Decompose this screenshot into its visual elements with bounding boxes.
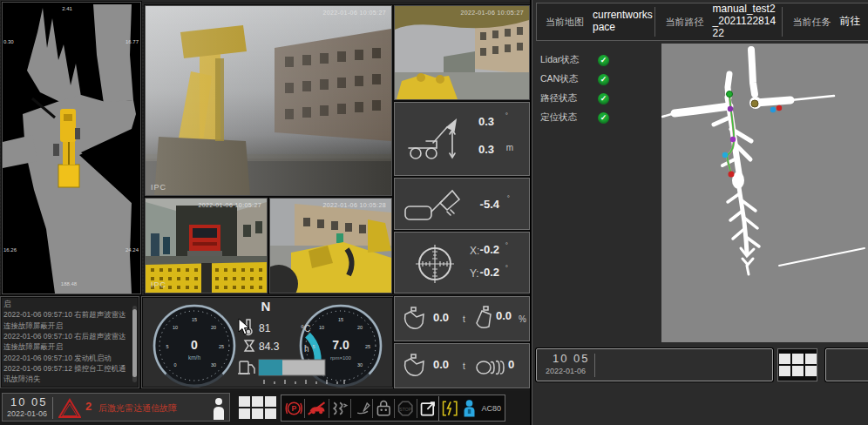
bucket-angle-value: -5.4: [480, 198, 499, 211]
attitude-status-panel: X: -0.2 ° Y: -0.2 °: [394, 232, 530, 293]
event-log-panel[interactable]: 启 2022-01-06 09:57:10 右前超声波雷达连接故障屏蔽开启 20…: [0, 296, 139, 388]
check-row-localization: 定位状态 ✓: [540, 108, 609, 127]
waypoint-red[interactable]: [776, 105, 782, 111]
attitude-x-unit: °: [505, 241, 508, 249]
log-overflow-line: 启: [3, 299, 128, 309]
operator-icon[interactable]: [212, 397, 226, 420]
remote-operator-icon[interactable]: [462, 397, 477, 420]
svg-text:STOP: STOP: [400, 406, 412, 411]
divider: [654, 7, 655, 37]
svg-text:25: 25: [219, 344, 224, 349]
lidar-map-panel[interactable]: 2.41 0.30 16.77 16.26 24.24 188.48: [2, 2, 141, 294]
collision-warning-icon[interactable]: [307, 398, 326, 419]
check-ok-icon: ✓: [598, 74, 609, 85]
waypoint-red[interactable]: [729, 172, 735, 178]
attitude-x-value: -0.2: [480, 243, 499, 256]
current-map-label: 当前地图: [537, 16, 593, 29]
svg-text:25: 25: [365, 344, 370, 349]
svg-text:5: 5: [166, 344, 168, 349]
waypoint-purple[interactable]: [730, 137, 736, 142]
log-scrollbar-thumb[interactable]: [132, 309, 137, 377]
mouse-cursor: [238, 318, 250, 335]
camera-rear[interactable]: 2022-01-06 10:05:27 IPC: [145, 198, 268, 293]
route-map-canvas: [661, 44, 868, 342]
load-weight-unit: t: [463, 314, 465, 324]
bucket-total-icon: [402, 353, 426, 379]
alarm-warning-icon: [58, 398, 81, 419]
map-range-bottom-right: 24.24: [125, 247, 139, 253]
waypoint-green[interactable]: [727, 91, 733, 98]
external-launch-icon[interactable]: [419, 398, 437, 419]
emergency-stop-icon[interactable]: STOP: [397, 398, 414, 419]
waypoint-cyan[interactable]: [722, 152, 728, 158]
fuel-level-bar: [259, 360, 282, 375]
svg-text:30: 30: [211, 362, 216, 368]
load-total-panel: 0.0 t 0: [394, 343, 530, 388]
traction-slip-icon[interactable]: [330, 398, 348, 419]
current-task-value[interactable]: 前往: [840, 16, 868, 28]
rpm-unit: rpm×100: [330, 355, 352, 361]
map-range-top: 2.41: [62, 6, 72, 11]
operator-console: 2.41 0.30 16.77 16.26 24.24 188.48: [0, 0, 868, 425]
current-map-value[interactable]: currentworkspace: [593, 10, 653, 34]
coolant-temp-value: 81: [259, 322, 271, 334]
boom-status-panel: 0.3 ° 0.3 m: [394, 102, 530, 176]
camera-rear-watermark: IPC: [151, 280, 166, 289]
vehicle-indicator-toolbar: P: [281, 395, 505, 422]
boom-lever-icon[interactable]: [353, 398, 370, 419]
red-truck: [187, 225, 222, 256]
footer-time: 10 05: [553, 352, 590, 365]
camera-rear-scene: [146, 199, 267, 293]
waypoint-olive[interactable]: [751, 100, 758, 107]
parking-brake-icon[interactable]: P: [285, 398, 302, 419]
svg-text:20: 20: [211, 325, 216, 330]
camera-main[interactable]: 2022-01-06 10:05:27 IPC: [145, 5, 392, 196]
log-entry: 2022-01-06 09:57:12 操控台工控机通讯故障消失: [3, 363, 128, 385]
check-row-lidar: Lidar状态 ✓: [540, 51, 609, 70]
fuel-pump-icon: [238, 361, 254, 374]
camera-front[interactable]: 2022-01-06 10:05:27: [394, 5, 530, 100]
attitude-y-label: Y:: [470, 267, 479, 280]
coolant-temp-unit: °C: [301, 324, 310, 334]
footer-grid-button[interactable]: [777, 348, 817, 381]
camera-rear-timestamp: 2022-01-06 10:05:27: [198, 202, 261, 208]
attitude-gyro-icon: [414, 243, 456, 285]
gear-indicator: N: [261, 299, 271, 314]
camera-main-timestamp: 2022-01-06 10:05:27: [322, 10, 386, 16]
layout-grid-button[interactable]: [239, 396, 276, 419]
route-map-view[interactable]: [661, 44, 868, 342]
waypoint-purple[interactable]: [728, 106, 733, 111]
camera-front-timestamp: 2022-01-06 10:05:27: [460, 10, 524, 16]
dashboard-canvas: N 0 5 10 15 20 25 30 0 km/h: [142, 297, 393, 388]
hourmeter-icon: [245, 341, 254, 351]
check-ok-icon: ✓: [598, 112, 609, 124]
load-current-panel: 0.0 t 0.0 %: [394, 296, 530, 341]
map-range-bottom-left: 16.26: [3, 247, 17, 253]
mission-panel: 当前地图 currentworkspace 当前路径 manual_test2_…: [530, 0, 868, 425]
load-rate-unit: %: [519, 314, 526, 324]
boom-angle-unit: °: [505, 111, 508, 119]
current-path-value[interactable]: manual_test2_202112281422: [713, 3, 780, 39]
bottom-status-bar: 10 05 2022-01-06 2 后激光雷达通信故障 P: [0, 390, 530, 425]
svg-text:P: P: [291, 404, 296, 413]
check-row-can: CAN状态 ✓: [540, 70, 609, 89]
waypoint-blue[interactable]: [770, 107, 776, 112]
bucket-weight-icon: [402, 306, 426, 332]
attitude-y-unit: °: [505, 264, 508, 272]
camera-side[interactable]: 2022-01-06 10:05:28: [269, 198, 392, 293]
load-weight-value: 0.0: [433, 311, 449, 324]
divider: [594, 354, 595, 377]
lock-icon[interactable]: [375, 398, 392, 419]
mission-footer-clock-box: 10 05 2022-01-06: [536, 348, 773, 381]
svg-text:0: 0: [173, 362, 176, 368]
check-ok-icon: ✓: [598, 93, 609, 105]
hours-value: 84.3: [259, 341, 280, 353]
svg-text:30: 30: [357, 362, 363, 368]
alarm-message: 后激光雷达通信故障: [98, 402, 177, 415]
camera-main-scene: [146, 6, 391, 195]
footer-aux-box[interactable]: [825, 348, 868, 381]
electrical-fault-icon[interactable]: [441, 398, 458, 419]
speed-value: 0: [191, 338, 198, 352]
system-checks-list: Lidar状态 ✓ CAN状态 ✓ 路径状态 ✓ 定位状态 ✓: [540, 51, 609, 127]
dashboard-panel: N 0 5 10 15 20 25 30 0 km/h: [141, 296, 394, 388]
